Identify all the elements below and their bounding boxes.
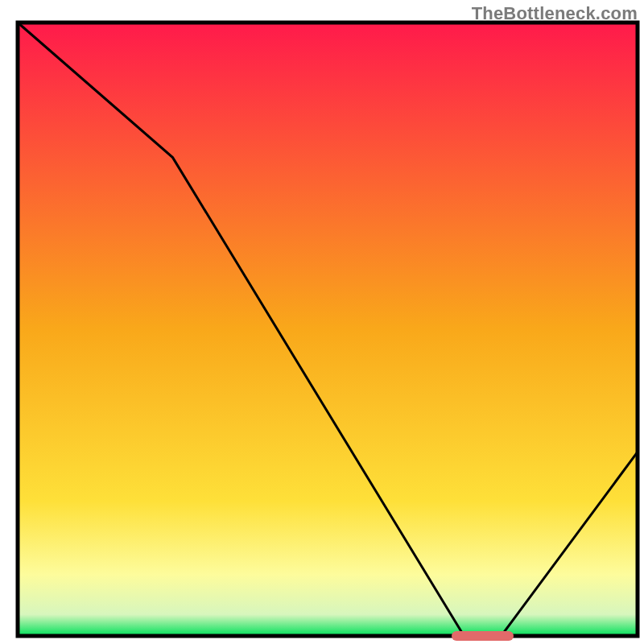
optimal-marker bbox=[452, 631, 514, 641]
plot-background bbox=[18, 23, 638, 636]
watermark-text: TheBottleneck.com bbox=[472, 3, 638, 24]
bottleneck-chart bbox=[0, 0, 644, 644]
chart-container: TheBottleneck.com bbox=[0, 0, 644, 644]
